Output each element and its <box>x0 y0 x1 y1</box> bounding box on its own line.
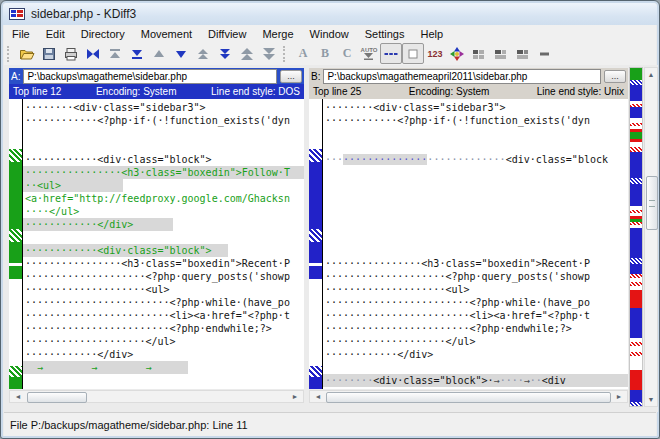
pane-b-line-end: Line end style: Unix <box>537 86 624 97</box>
pane-b-text-area[interactable]: ········<div·class="sidebar3">··········… <box>322 99 628 389</box>
code-line: ····················</ul> <box>323 335 628 348</box>
menu-edit[interactable]: Edit <box>38 27 73 41</box>
menu-directory[interactable]: Directory <box>73 27 133 41</box>
hscroll-b-thumb[interactable] <box>326 392 611 403</box>
split-orientation-button[interactable] <box>446 43 468 64</box>
last-delta-icon <box>129 46 145 62</box>
menu-file[interactable]: File <box>4 27 38 41</box>
show-window-c-button[interactable] <box>512 43 534 64</box>
save-button[interactable] <box>38 43 60 64</box>
show-whitespace-chars-button[interactable] <box>380 43 402 64</box>
diff-indicator-segment <box>309 266 322 279</box>
code-line: ····················</ul> <box>23 335 304 348</box>
toolbar-grip[interactable] <box>283 46 289 62</box>
goto-next-delta-button[interactable] <box>170 43 192 64</box>
code-line: ························<?php·endwhile;?… <box>323 322 628 335</box>
next-conflict-icon <box>217 46 233 62</box>
diff-overview-column[interactable] <box>629 67 643 407</box>
select-b-button[interactable]: B <box>314 43 336 64</box>
goto-current-delta-button[interactable] <box>82 43 104 64</box>
goto-prev-conflict-button[interactable] <box>192 43 214 64</box>
auto-advance-button[interactable]: AUTO <box>358 43 380 64</box>
code-line: ············<?php·if·(·!function_exists(… <box>323 114 628 127</box>
menu-window[interactable]: Window <box>302 27 357 41</box>
show-window-a-button[interactable] <box>468 43 490 64</box>
code-line: → → → <box>23 361 304 374</box>
pane-a-header: A: ... <box>9 68 304 84</box>
hscroll-b-left-arrow[interactable]: ◄ <box>311 391 325 402</box>
code-line <box>323 218 628 231</box>
prev-conflict-icon <box>195 46 211 62</box>
goto-last-delta-button[interactable] <box>126 43 148 64</box>
pane-a-line-end: Line end style: DOS <box>211 86 300 97</box>
diff-indicator-segment <box>9 229 22 242</box>
vscroll-up-arrow[interactable]: ▲ <box>645 68 657 81</box>
hscroll-b-right-arrow[interactable]: ► <box>612 391 626 402</box>
show-window-b-button[interactable] <box>490 43 512 64</box>
code-line: ········<div·class="sidebar3"> <box>23 101 304 114</box>
code-line <box>323 179 628 192</box>
overview-bar <box>630 210 643 213</box>
diff-content-area: A: ... Top line 12 Encoding: System Line… <box>4 65 658 412</box>
pane-a-encoding: Encoding: System <box>96 86 177 97</box>
pane-b-diff-column <box>309 99 322 389</box>
kdiff3-window: sidebar.php - KDiff3 FileEditDirectoryMo… <box>0 0 660 439</box>
diff-indicator-segment <box>309 242 322 263</box>
menu-movement[interactable]: Movement <box>133 27 200 41</box>
pane-a-hscrollbar[interactable]: ◄ ► <box>9 390 304 403</box>
code-line: ········<div·class="block">·→····→··<div <box>323 374 628 387</box>
menu-settings[interactable]: Settings <box>357 27 413 41</box>
vertical-scrollbar[interactable]: ▲ ▼ <box>644 67 658 407</box>
goto-first-delta-button[interactable] <box>104 43 126 64</box>
pane-b-browse-button[interactable]: ... <box>604 70 626 83</box>
diff-indicator-segment <box>309 229 322 242</box>
print-button[interactable] <box>60 43 82 64</box>
pane-a-path-input[interactable] <box>23 69 277 84</box>
overview-bar <box>630 352 643 356</box>
toolbar-grip[interactable] <box>7 46 13 62</box>
vscroll-down-arrow[interactable]: ▼ <box>645 393 657 406</box>
toolbar: A B C AUTO 123 <box>4 42 656 66</box>
vscroll-thumb[interactable] <box>646 176 658 230</box>
code-line: ························<li><a·href="<?p… <box>323 309 628 322</box>
overview-bar <box>630 390 643 402</box>
next-delta-icon <box>173 46 189 62</box>
diff-indicator-segment <box>309 162 322 229</box>
select-c-button[interactable]: C <box>336 43 358 64</box>
first-delta-icon <box>107 46 123 62</box>
pane-b-path-input[interactable] <box>323 69 601 84</box>
diff-indicator-segment <box>9 366 22 377</box>
code-line: ························<?php·while·(hav… <box>323 296 628 309</box>
menu-diffview[interactable]: Diffview <box>200 27 254 41</box>
hscroll-a-thumb[interactable] <box>27 392 87 403</box>
goto-prev-delta-button[interactable] <box>148 43 170 64</box>
diff-indicator-segment <box>9 162 22 229</box>
diff-indicator-segment <box>309 149 322 162</box>
goto-next-conflict-button[interactable] <box>214 43 236 64</box>
code-line: ················<h3·class="boxedin">Foll… <box>23 166 304 179</box>
show-line-numbers-button[interactable]: 123 <box>424 43 446 64</box>
code-line: ············</div> <box>23 348 304 361</box>
pane-a-info-bar: Top line 12 Encoding: System Line end st… <box>9 84 304 99</box>
menu-help[interactable]: Help <box>412 27 451 41</box>
code-line: ····················<ul> <box>23 283 304 296</box>
hscroll-a-left-arrow[interactable]: ◄ <box>11 391 25 402</box>
overview-bar <box>630 132 643 139</box>
menu-merge[interactable]: Merge <box>254 27 301 41</box>
goto-next-unsolved-button[interactable] <box>258 43 280 64</box>
overview-bar <box>630 402 643 407</box>
code-line <box>323 127 628 140</box>
open-button[interactable] <box>16 43 38 64</box>
select-a-button[interactable]: A <box>292 43 314 64</box>
overview-toggle-button[interactable] <box>534 43 556 64</box>
code-line: ············<div·class="block"> <box>23 244 304 257</box>
pane-b-header: B: ... <box>309 68 628 84</box>
pane-b-hscrollbar[interactable]: ◄ ► <box>309 390 628 403</box>
pane-a-browse-button[interactable]: ... <box>280 70 302 83</box>
show-whitespace-button[interactable] <box>402 43 424 64</box>
title-bar[interactable]: sidebar.php - KDiff3 <box>3 3 657 25</box>
pane-a-text-area[interactable]: ········<div·class="sidebar3">··········… <box>22 99 304 389</box>
goto-prev-unsolved-button[interactable] <box>236 43 258 64</box>
hscroll-a-right-arrow[interactable]: ► <box>288 391 302 402</box>
direction-star-icon <box>449 46 465 62</box>
